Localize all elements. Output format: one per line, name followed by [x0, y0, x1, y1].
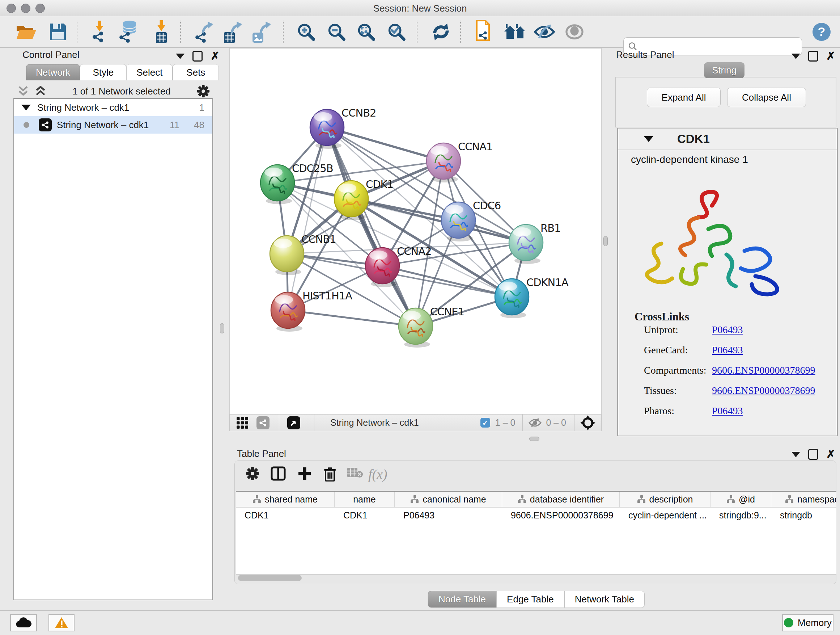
cell-namespace[interactable]: stringdb [771, 508, 836, 523]
crosslink-value-link[interactable]: P06493 [712, 324, 743, 336]
results-tab-string[interactable]: String [704, 62, 745, 78]
panel-close-icon[interactable]: ✗ [826, 52, 835, 60]
table-options-button[interactable] [245, 466, 260, 481]
panel-menu-icon[interactable] [791, 54, 800, 59]
network-row[interactable]: String Network – cdk1 11 48 [14, 116, 212, 134]
import-network-file-button[interactable] [90, 21, 111, 43]
import-table-button[interactable] [153, 20, 171, 43]
collection-expand-icon[interactable] [21, 105, 31, 111]
network-node-CCNB1[interactable]: CCNB1 [270, 233, 336, 275]
panel-close-icon[interactable]: ✗ [826, 450, 835, 459]
network-view-share-icon[interactable] [256, 416, 270, 429]
cell-canonical-name[interactable]: P06493 [395, 508, 502, 523]
save-session-button[interactable] [49, 23, 66, 41]
panel-close-icon[interactable]: ✗ [210, 52, 219, 60]
export-network-button[interactable] [194, 20, 215, 43]
cell-database-identifier[interactable]: 9606.ENSP00000378699 [502, 508, 620, 523]
network-node-CCNE1[interactable]: CCNE1 [399, 306, 464, 348]
tab-network[interactable]: Network [26, 64, 80, 80]
help-button[interactable]: ? [812, 22, 831, 42]
collapse-all-button[interactable]: Collapse All [727, 88, 806, 107]
panel-float-icon[interactable] [808, 449, 818, 460]
cell-shared-name[interactable]: CDK1 [236, 508, 335, 523]
cell-name[interactable]: CDK1 [335, 508, 395, 523]
export-table-button[interactable] [223, 20, 244, 43]
tab-sets[interactable]: Sets [172, 64, 219, 80]
selected-nodes-checkbox[interactable]: ✓ [480, 418, 490, 428]
table-tab-node-table[interactable]: Node Table [428, 591, 496, 608]
scrollbar-thumb[interactable] [238, 575, 302, 581]
cloud-button[interactable] [10, 614, 37, 631]
network-node-CDKN1A[interactable]: CDKN1A [495, 276, 569, 318]
panel-menu-icon[interactable] [791, 452, 800, 457]
column-header-name[interactable]: name [335, 492, 395, 507]
network-collection-row[interactable]: String Network – cdk1 1 [14, 99, 212, 116]
birds-eye-view-icon[interactable] [236, 417, 248, 429]
network-edge-HIST1H1A-CCNE1[interactable] [288, 310, 416, 326]
clone-network-button[interactable] [473, 20, 492, 44]
expand-all-button[interactable]: Expand All [647, 88, 721, 107]
panel-menu-icon[interactable] [176, 54, 185, 59]
show-hidden-button[interactable] [565, 24, 584, 40]
crosslink-value-link[interactable]: 9606.ENSP00000378699 [712, 385, 815, 396]
network-options-gear-icon[interactable] [196, 84, 210, 98]
delete-table-button[interactable] [347, 466, 363, 478]
panel-float-icon[interactable] [193, 51, 202, 62]
import-network-database-button[interactable] [118, 20, 140, 43]
node-table-row[interactable]: CDK1CDK1P064939606.ENSP00000378699cyclin… [236, 508, 836, 523]
gene-header-row[interactable]: CDK1 [618, 128, 837, 150]
tab-style[interactable]: Style [80, 64, 126, 80]
network-edge-CCNB2-HIST1H1A[interactable] [288, 127, 327, 310]
warnings-button[interactable] [49, 614, 74, 631]
show-all-networks-button[interactable] [504, 24, 527, 40]
zoom-fit-button[interactable] [357, 22, 376, 41]
bottom-splitter-handle[interactable] [529, 437, 539, 441]
gene-expand-icon[interactable] [644, 136, 653, 142]
column-header-database-identifier[interactable]: database identifier [502, 492, 620, 507]
memory-button[interactable]: Memory [782, 614, 834, 631]
network-node-HIST1H1A[interactable]: HIST1H1A [271, 290, 352, 332]
right-splitter-handle[interactable] [603, 236, 608, 246]
crosslink-value-link[interactable]: 9606.ENSP00000378699 [712, 364, 815, 376]
hidden-eye-slash-icon[interactable] [529, 418, 542, 428]
crosslink-value-link[interactable]: P06493 [712, 405, 743, 417]
left-splitter-handle[interactable] [220, 323, 224, 333]
crosslink-value-link[interactable]: P06493 [712, 344, 743, 356]
show-columns-button[interactable] [271, 466, 286, 481]
column-header-description[interactable]: description [620, 492, 711, 507]
collapse-all-icon[interactable] [17, 86, 29, 97]
apply-layout-button[interactable] [431, 22, 451, 41]
detach-view-icon[interactable] [287, 416, 300, 429]
column-header-canonical-name[interactable]: canonical name [395, 492, 502, 507]
panel-float-icon[interactable] [808, 51, 818, 62]
delete-column-button[interactable] [323, 466, 337, 481]
cell-description[interactable]: cyclin-dependent ... [620, 508, 711, 523]
zoom-selected-button[interactable] [387, 22, 406, 41]
network-node-CCNA2[interactable]: CCNA2 [365, 245, 431, 287]
network-node-CDC6[interactable]: CDC6 [441, 200, 501, 241]
export-image-button[interactable] [252, 20, 273, 43]
column-header-shared-name[interactable]: shared name [236, 492, 335, 507]
table-tab-edge-table[interactable]: Edge Table [496, 591, 564, 608]
zoom-out-button[interactable] [327, 22, 346, 41]
table-tab-network-table[interactable]: Network Table [564, 591, 645, 608]
open-session-button[interactable] [15, 23, 38, 41]
function-builder-button[interactable]: f(x) [368, 466, 387, 482]
expand-all-icon[interactable] [34, 86, 47, 97]
cell--id[interactable]: stringdb:9... [711, 508, 771, 523]
column-header-namespace[interactable]: namespace [771, 492, 836, 507]
node-table: shared namenamecanonical namedatabase id… [236, 491, 836, 575]
network-view-title: String Network – cdk1 [330, 417, 480, 428]
tab-select[interactable]: Select [126, 64, 172, 80]
network-canvas[interactable]: CCNB2CCNA1CDC25BCDK1CDC6RB1CCNB1CCNA2CDK… [229, 48, 602, 414]
zoom-in-button[interactable] [297, 22, 316, 41]
table-hscrollbar[interactable] [236, 574, 835, 583]
network-node-CDK1[interactable]: CDK1 [334, 178, 393, 220]
hide-selected-button[interactable] [534, 24, 555, 40]
add-column-button[interactable] [297, 466, 312, 481]
crosshair-icon[interactable] [580, 415, 595, 431]
column-header--id[interactable]: @id [711, 492, 771, 507]
network-node-RB1[interactable]: RB1 [509, 222, 561, 264]
column-label: canonical name [423, 494, 486, 505]
network-edge-CCNB2-CCNA1[interactable] [327, 127, 444, 161]
